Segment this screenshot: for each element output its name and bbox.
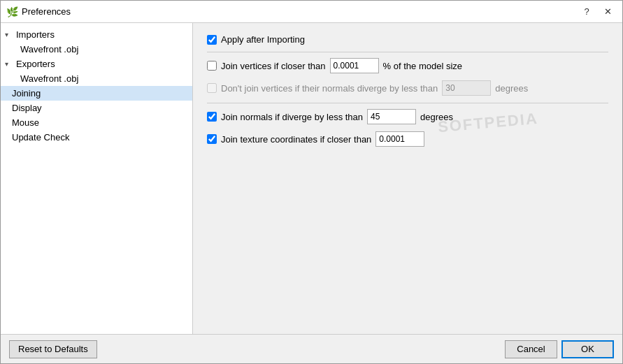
apply-after-importing-row: Apply after Importing (207, 34, 608, 45)
dont-join-vertices-unit: degrees (495, 83, 528, 94)
app-icon: 🌿 (6, 6, 17, 17)
panel-content: Apply after Importing Join vertices if c… (207, 34, 608, 323)
join-texture-checkbox[interactable] (207, 134, 217, 144)
main-panel: SOFTPEDIA Apply after Importing Join ver… (193, 23, 622, 334)
join-normals-row: Join normals if diverge by less than deg… (207, 109, 608, 124)
join-vertices-label[interactable]: Join vertices if closer than (221, 61, 326, 71)
sidebar-item-display[interactable]: Display (1, 101, 192, 115)
sidebar-label-importers-wavefront: Wavefront .obj (20, 44, 78, 54)
dont-join-vertices-input (442, 80, 491, 96)
sidebar-label-importers: Importers (16, 29, 55, 40)
separator-2 (207, 103, 608, 103)
join-vertices-checkbox[interactable] (207, 61, 217, 71)
sidebar-item-mouse[interactable]: Mouse (1, 115, 192, 130)
ok-button[interactable]: OK (561, 340, 614, 358)
join-texture-label[interactable]: Join texture coordinates if closer than (221, 134, 371, 145)
join-texture-row: Join texture coordinates if closer than (207, 131, 608, 147)
join-normals-checkbox[interactable] (207, 112, 217, 122)
dont-join-vertices-label: Don't join vertices if their normals div… (221, 83, 438, 94)
bottom-bar: Reset to Defaults Cancel OK (1, 334, 622, 363)
sidebar-label-mouse: Mouse (12, 117, 39, 128)
sidebar-item-update-check[interactable]: Update Check (1, 130, 192, 145)
preferences-window: 🌿 Preferences ? ✕ ▾ Importers Wavefront … (0, 0, 623, 364)
sidebar: ▾ Importers Wavefront .obj ▾ Exporters W… (1, 23, 193, 334)
title-bar: 🌿 Preferences ? ✕ (1, 1, 622, 23)
join-vertices-row: Join vertices if closer than % of the mo… (207, 58, 608, 73)
apply-after-importing-checkbox[interactable] (207, 35, 217, 45)
collapse-icon-importers: ▾ (5, 31, 13, 38)
sidebar-item-exporters-wavefront[interactable]: Wavefront .obj (1, 71, 192, 86)
cancel-button[interactable]: Cancel (505, 340, 557, 358)
sidebar-label-exporters: Exporters (16, 59, 55, 69)
sidebar-label-display: Display (12, 103, 42, 113)
sidebar-item-joining[interactable]: Joining (1, 86, 192, 101)
content-area: ▾ Importers Wavefront .obj ▾ Exporters W… (1, 23, 622, 334)
join-normals-unit: degrees (420, 112, 453, 122)
reset-defaults-button[interactable]: Reset to Defaults (9, 340, 97, 358)
sidebar-item-exporters[interactable]: ▾ Exporters (1, 57, 192, 71)
window-controls: ? ✕ (578, 4, 617, 20)
join-vertices-unit: % of the model size (383, 61, 462, 71)
join-normals-label[interactable]: Join normals if diverge by less than (221, 112, 363, 122)
help-button[interactable]: ? (578, 4, 596, 20)
sidebar-label-exporters-wavefront: Wavefront .obj (20, 73, 78, 84)
dont-join-vertices-row: Don't join vertices if their normals div… (207, 80, 608, 96)
sidebar-item-importers-wavefront[interactable]: Wavefront .obj (1, 42, 192, 57)
close-button[interactable]: ✕ (599, 4, 617, 20)
join-normals-input[interactable] (367, 109, 416, 124)
window-title: Preferences (22, 6, 578, 17)
dont-join-vertices-checkbox[interactable] (207, 83, 217, 93)
sidebar-label-update-check: Update Check (12, 132, 69, 143)
join-vertices-input[interactable] (330, 58, 379, 73)
collapse-icon-exporters: ▾ (5, 60, 13, 68)
apply-after-importing-label[interactable]: Apply after Importing (221, 34, 305, 45)
join-texture-input[interactable] (375, 131, 424, 147)
sidebar-item-importers[interactable]: ▾ Importers (1, 27, 192, 42)
separator-1 (207, 52, 608, 52)
sidebar-label-joining: Joining (12, 88, 41, 99)
